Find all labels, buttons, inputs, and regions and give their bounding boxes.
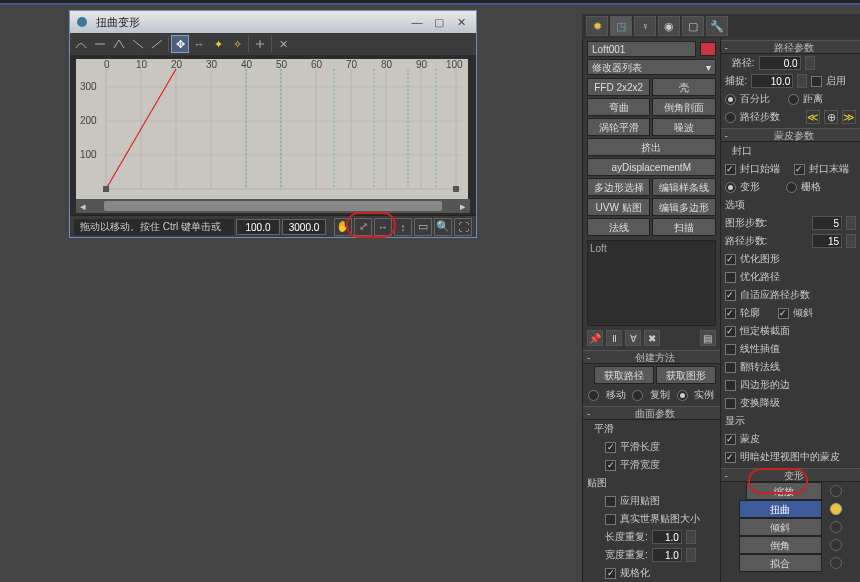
pin-stack[interactable]: 📌 [587, 330, 603, 346]
shape-steps-spinner[interactable] [846, 216, 856, 230]
width-repeat-field[interactable]: 1.0 [652, 548, 682, 562]
snap-spinner[interactable] [797, 74, 807, 88]
value-1-field[interactable]: 100.0 [236, 219, 280, 235]
mod-noise[interactable]: 噪波 [652, 118, 715, 136]
path-pick-icon[interactable]: ⊕ [824, 110, 838, 124]
value-2-field[interactable]: 3000.0 [282, 219, 326, 235]
radio-instance[interactable] [677, 390, 688, 401]
path-prev-icon[interactable]: ≪ [806, 110, 820, 124]
shape-steps-field[interactable]: 5 [812, 216, 842, 230]
tab-utilities[interactable]: 🔧 [706, 16, 728, 36]
mod-editspline[interactable]: 编辑样条线 [652, 178, 715, 196]
configure-sets[interactable]: ▤ [700, 330, 716, 346]
zoom[interactable]: 🔍 [434, 218, 452, 236]
tab-modify[interactable]: ◳ [610, 16, 632, 36]
mod-disp[interactable]: ayDisplacementM [587, 158, 716, 176]
length-repeat-field[interactable]: 1.0 [652, 530, 682, 544]
mod-bend[interactable]: 弯曲 [587, 98, 650, 116]
chk-banking[interactable]: ✓ [778, 308, 789, 319]
delete-point[interactable] [251, 35, 269, 53]
close-button[interactable]: ✕ [450, 14, 472, 30]
snap-value-field[interactable]: 10.0 [751, 74, 793, 88]
chk-flip[interactable] [725, 362, 736, 373]
mod-normal[interactable]: 法线 [587, 218, 650, 236]
chk-contour[interactable]: ✓ [725, 308, 736, 319]
chk-apply-mapping[interactable] [605, 496, 616, 507]
modifier-list-dropdown[interactable]: 修改器列表▾ [587, 59, 716, 75]
get-shape-button[interactable]: 获取图形 [656, 366, 716, 384]
tool-curve-3[interactable] [110, 35, 128, 53]
zoom-fit[interactable]: ⛶ [454, 218, 472, 236]
path-steps-spinner[interactable] [846, 234, 856, 248]
chk-opt-shape[interactable]: ✓ [725, 254, 736, 265]
chk-linear[interactable] [725, 344, 736, 355]
chk-quad[interactable] [725, 380, 736, 391]
radio-percent[interactable] [725, 94, 736, 105]
chk-skin-shade[interactable]: ✓ [725, 452, 736, 463]
path-value-field[interactable]: 0.0 [759, 56, 801, 70]
teeter-lamp[interactable] [830, 521, 842, 533]
bevel-lamp[interactable] [830, 539, 842, 551]
scroll-left[interactable]: ◂ [76, 199, 90, 213]
twist-lamp[interactable] [830, 503, 842, 515]
mod-polysel[interactable]: 多边形选择 [587, 178, 650, 196]
maximize-button[interactable]: ▢ [428, 14, 450, 30]
zoom-extents[interactable]: ⤢ [354, 218, 372, 236]
mod-chamfer[interactable]: 倒角剖面 [652, 98, 715, 116]
chk-skin[interactable]: ✓ [725, 434, 736, 445]
chk-smooth-length[interactable]: ✓ [605, 442, 616, 453]
graph-hscroll[interactable]: ◂ ▸ [76, 199, 470, 213]
tool-curve-4[interactable] [129, 35, 147, 53]
chk-realworld[interactable] [605, 514, 616, 525]
dialog-titlebar[interactable]: 扭曲变形 — ▢ ✕ [70, 11, 476, 33]
scale-lamp[interactable] [830, 485, 842, 497]
mod-uvw[interactable]: UVW 贴图 [587, 198, 650, 216]
radio-move[interactable] [588, 390, 599, 401]
show-end[interactable]: Ⅱ [606, 330, 622, 346]
deform-bevel-button[interactable]: 倒角 [739, 536, 823, 554]
pan-tool[interactable]: ✋ [334, 218, 352, 236]
chk-opt-path[interactable] [725, 272, 736, 283]
radio-copy[interactable] [632, 390, 643, 401]
tab-create[interactable]: ✹ [586, 16, 608, 36]
radio-distance[interactable] [788, 94, 799, 105]
mod-sweep[interactable]: 扫描 [652, 218, 715, 236]
chk-smooth-width[interactable]: ✓ [605, 460, 616, 471]
creation-method-header[interactable]: -创建方法 [583, 350, 720, 364]
tab-display[interactable]: ▢ [682, 16, 704, 36]
length-repeat-spinner[interactable] [686, 530, 696, 544]
tab-hierarchy[interactable]: ♀ [634, 16, 656, 36]
insert-bezier[interactable]: ✧ [228, 35, 246, 53]
minimize-button[interactable]: — [406, 14, 428, 30]
chk-cap-start[interactable]: ✓ [725, 164, 736, 175]
zoom-h[interactable]: ↔ [374, 218, 392, 236]
chk-normalize[interactable]: ✓ [605, 568, 616, 579]
path-next-icon[interactable]: ≫ [842, 110, 856, 124]
radio-morph[interactable] [725, 182, 736, 193]
mod-shell[interactable]: 壳 [652, 78, 715, 96]
chk-enable-snap[interactable] [811, 76, 822, 87]
make-unique[interactable]: ∀ [625, 330, 641, 346]
surface-params-header[interactable]: -曲面参数 [583, 406, 720, 420]
scroll-thumb[interactable] [104, 201, 442, 211]
deform-twist-button[interactable]: 扭曲 [739, 500, 823, 518]
mod-turbo[interactable]: 涡轮平滑 [587, 118, 650, 136]
tool-curve-5[interactable] [148, 35, 166, 53]
deform-fit-button[interactable]: 拟合 [739, 554, 823, 572]
tab-motion[interactable]: ◉ [658, 16, 680, 36]
path-steps-field[interactable]: 15 [812, 234, 842, 248]
deform-scale-button[interactable]: 缩放 [746, 482, 822, 500]
path-params-header[interactable]: -路径参数 [721, 40, 861, 54]
object-color-swatch[interactable] [700, 42, 716, 56]
mod-editpoly[interactable]: 编辑多边形 [652, 198, 715, 216]
zoom-v[interactable]: ↕ [394, 218, 412, 236]
path-spinner[interactable] [805, 56, 815, 70]
radio-grid[interactable] [786, 182, 797, 193]
tool-curve-1[interactable] [72, 35, 90, 53]
chk-trans[interactable] [725, 398, 736, 409]
chk-const-cross[interactable]: ✓ [725, 326, 736, 337]
zoom-region[interactable]: ▭ [414, 218, 432, 236]
get-path-button[interactable]: 获取路径 [594, 366, 654, 384]
scroll-right[interactable]: ▸ [456, 199, 470, 213]
remove-mod[interactable]: ✖ [644, 330, 660, 346]
